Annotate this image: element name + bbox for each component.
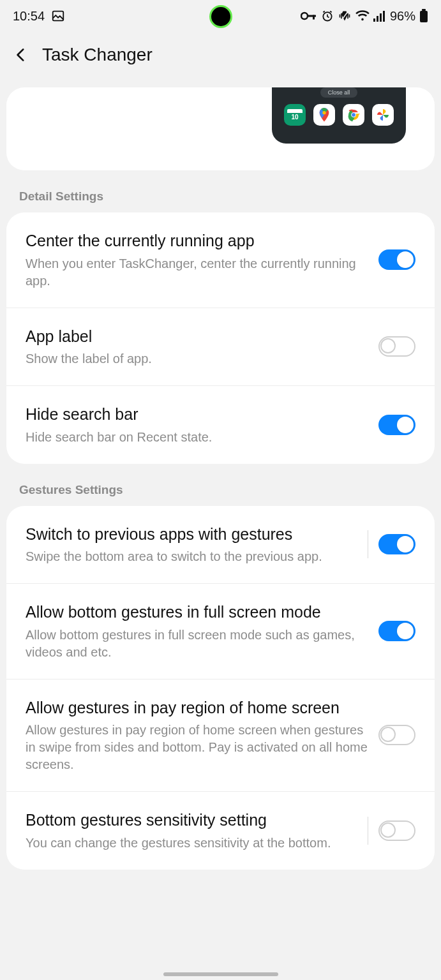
hide-search-bar-row[interactable]: Hide search bar Hide search bar on Recen… bbox=[6, 385, 435, 464]
svg-rect-11 bbox=[422, 9, 426, 11]
app-label-row[interactable]: App label Show the label of app. bbox=[6, 308, 435, 386]
row-title: App label bbox=[26, 326, 368, 347]
svg-point-1 bbox=[301, 13, 308, 19]
hide-search-bar-toggle[interactable] bbox=[378, 415, 415, 435]
row-desc: You can change the gestures sensitivity … bbox=[26, 835, 357, 852]
calendar-icon: 10 bbox=[284, 104, 306, 126]
detail-settings-card: Center the currently running app When yo… bbox=[6, 212, 435, 464]
detail-settings-label: Detail Settings bbox=[0, 183, 441, 212]
wifi-icon bbox=[355, 10, 370, 22]
divider bbox=[368, 817, 368, 845]
page-title: Task Changer bbox=[42, 45, 153, 65]
gestures-pay-region-row[interactable]: Allow gestures in pay region of home scr… bbox=[6, 679, 435, 792]
row-desc: Allow gestures in pay region of home scr… bbox=[26, 722, 368, 773]
center-running-app-toggle[interactable] bbox=[378, 249, 415, 270]
battery-percent: 96% bbox=[390, 9, 415, 24]
row-desc: Hide search bar on Recent state. bbox=[26, 429, 368, 446]
layout-preview-card[interactable]: Close all 10 bbox=[6, 87, 435, 170]
app-label-toggle[interactable] bbox=[378, 336, 415, 357]
row-title: Switch to previous apps with gestures bbox=[26, 524, 357, 545]
back-icon[interactable] bbox=[13, 47, 29, 63]
center-running-app-row[interactable]: Center the currently running app When yo… bbox=[6, 212, 435, 308]
signal-icon bbox=[373, 10, 386, 22]
switch-previous-apps-row[interactable]: Switch to previous apps with gestures Sw… bbox=[6, 506, 435, 584]
svg-rect-10 bbox=[420, 11, 428, 22]
camera-hole bbox=[209, 5, 232, 28]
bottom-sensitivity-toggle[interactable] bbox=[378, 820, 415, 841]
row-title: Center the currently running app bbox=[26, 230, 368, 251]
row-title: Hide search bar bbox=[26, 404, 368, 425]
phone-preview: Close all 10 bbox=[272, 87, 406, 144]
row-desc: Allow bottom gestures in full screen mod… bbox=[26, 627, 368, 661]
status-bar: 10:54 96% bbox=[0, 0, 441, 32]
svg-rect-9 bbox=[383, 11, 385, 22]
status-time: 10:54 bbox=[13, 9, 45, 24]
bottom-gestures-fullscreen-toggle[interactable] bbox=[378, 621, 415, 641]
picture-icon bbox=[51, 9, 65, 23]
gestures-pay-region-toggle[interactable] bbox=[378, 725, 415, 745]
vibrate-icon bbox=[338, 10, 352, 22]
svg-rect-3 bbox=[313, 15, 315, 20]
photos-icon bbox=[372, 104, 394, 126]
svg-rect-7 bbox=[377, 16, 378, 22]
chrome-icon bbox=[343, 104, 364, 126]
row-desc: Show the label of app. bbox=[26, 350, 368, 368]
row-title: Allow bottom gestures in full screen mod… bbox=[26, 602, 368, 623]
header: Task Changer bbox=[0, 32, 441, 87]
battery-icon bbox=[419, 9, 428, 23]
bottom-gestures-fullscreen-row[interactable]: Allow bottom gestures in full screen mod… bbox=[6, 583, 435, 679]
maps-icon bbox=[313, 104, 335, 126]
close-all-pill: Close all bbox=[320, 87, 358, 98]
svg-rect-6 bbox=[373, 19, 375, 22]
divider bbox=[368, 530, 368, 558]
home-indicator[interactable] bbox=[163, 972, 278, 976]
row-desc: Swipe the bottom area to switch to the p… bbox=[26, 548, 357, 565]
row-desc: When you enter TaskChanger, center the c… bbox=[26, 255, 368, 290]
row-title: Allow gestures in pay region of home scr… bbox=[26, 697, 368, 718]
alarm-icon bbox=[321, 10, 334, 22]
switch-previous-apps-toggle[interactable] bbox=[378, 534, 415, 554]
gestures-settings-card: Switch to previous apps with gestures Sw… bbox=[6, 506, 435, 870]
svg-rect-8 bbox=[380, 13, 382, 22]
gestures-settings-label: Gestures Settings bbox=[0, 477, 441, 506]
vpn-key-icon bbox=[301, 10, 317, 22]
row-title: Bottom gestures sensitivity setting bbox=[26, 810, 357, 831]
bottom-sensitivity-row[interactable]: Bottom gestures sensitivity setting You … bbox=[6, 791, 435, 870]
